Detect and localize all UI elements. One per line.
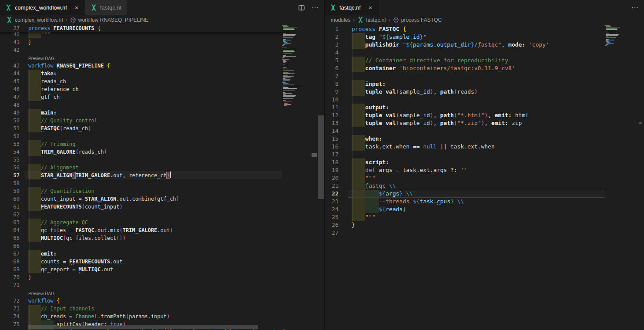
breadcrumb-item[interactable]: process FASTQC: [393, 17, 442, 23]
code-line[interactable]: 14: [325, 127, 644, 135]
code-line[interactable]: 5 // Container directive for reproducibi…: [325, 57, 644, 64]
code-line[interactable]: 73 // Input channels: [0, 305, 324, 313]
code-line[interactable]: 17: [325, 151, 644, 158]
code-line[interactable]: 56 // Alignment: [0, 164, 324, 172]
code-line[interactable]: 3 publishDir "${params.output_dir}/fastq…: [325, 41, 644, 49]
code-line[interactable]: 67 emit:: [0, 250, 324, 258]
minimap[interactable]: [282, 24, 318, 330]
code-line[interactable]: 44 take:: [0, 70, 324, 77]
line-number: 67: [0, 250, 20, 258]
code-line[interactable]: 72workflow {: [0, 297, 324, 305]
code-line[interactable]: 20 """: [325, 174, 644, 182]
code-line[interactable]: 21 fastqc \\: [325, 182, 644, 190]
code-line[interactable]: 55: [0, 156, 324, 164]
tab-fastqc.nf[interactable]: fastqc.nf×: [325, 0, 379, 15]
code-line[interactable]: 68 counts = FEATURECOUNTS.out: [0, 258, 324, 266]
code-line[interactable]: 71: [0, 281, 324, 289]
code-line[interactable]: 1process FASTQC {: [325, 25, 644, 33]
breadcrumb-item[interactable]: modules: [331, 17, 350, 23]
code-line[interactable]: 46 reference_ch: [0, 85, 324, 93]
breadcrumb-item[interactable]: workflow RNASEQ_PIPELINE: [70, 17, 148, 23]
code-line[interactable]: 22 ${args} \\: [325, 190, 644, 198]
code-line[interactable]: 51 FASTQC(reads_ch): [0, 125, 324, 132]
code-line[interactable]: 50 // Quality control: [0, 117, 324, 125]
code-line[interactable]: 74 ch_reads = Channel.fromPath(params.in…: [0, 313, 324, 320]
code-line[interactable]: 7: [325, 72, 644, 80]
code-line[interactable]: 8 input:: [325, 80, 644, 88]
more-icon[interactable]: ⋯: [312, 4, 319, 11]
breadcrumb-item[interactable]: fastqc.nf: [357, 17, 386, 23]
line-number: 74: [0, 313, 20, 320]
code-line[interactable]: 24 ${reads}: [325, 205, 644, 213]
code-line[interactable]: 58: [0, 179, 324, 187]
code-line[interactable]: 54 TRIM_GALORE(reads_ch): [0, 148, 324, 156]
codelens-row[interactable]: Preview DAG: [0, 54, 324, 62]
minimap-line: [607, 43, 614, 44]
codelens-preview-dag[interactable]: Preview DAG: [28, 54, 54, 62]
close-icon[interactable]: ×: [74, 4, 80, 11]
code-line[interactable]: 60 count_input = STAR_ALIGN.out.combine(…: [0, 195, 324, 203]
code-line[interactable]: 53 // Trimming: [0, 140, 324, 148]
code-text: counts = FEATURECOUNTS.out: [28, 258, 123, 266]
code-line[interactable]: 6 container 'biocontainers/fastqc:v0.11.…: [325, 64, 644, 72]
code-line[interactable]: 19 def args = task.ext.args ?: '': [325, 166, 644, 174]
code-line[interactable]: 63 // Aggregate QC: [0, 219, 324, 226]
minimap-line: [283, 80, 290, 81]
indent-guide: [29, 242, 30, 250]
code-line[interactable]: 49 main:: [0, 109, 324, 117]
indent-guide: [29, 179, 30, 187]
code-line[interactable]: 4: [325, 49, 644, 57]
editor-left[interactable]: 40 """41}42Preview DAG43workflow RNASEQ_…: [0, 24, 324, 330]
code-line[interactable]: 52: [0, 132, 324, 140]
codelens-row[interactable]: Preview DAG: [0, 289, 324, 297]
minimap[interactable]: [605, 24, 635, 330]
code-line[interactable]: 2 tag "${sample_id}": [325, 33, 644, 41]
more-icon[interactable]: ⋯: [631, 4, 639, 11]
code-line[interactable]: 11 output:: [325, 104, 644, 111]
code-line[interactable]: 64 qc_files = FASTQC.out.mix(TRIM_GALORE…: [0, 226, 324, 234]
line-number: 16: [325, 143, 339, 151]
code-line[interactable]: 59 // Quantification: [0, 187, 324, 195]
code-line[interactable]: 10: [325, 96, 644, 104]
code-line[interactable]: 13 tuple val(sample_id), path("*.zip"), …: [325, 119, 644, 127]
sticky-scroll-line[interactable]: 27process FEATURECOUNTS {: [0, 24, 282, 32]
code-line[interactable]: 43workflow RNASEQ_PIPELINE {: [0, 62, 324, 70]
code-line[interactable]: 12 tuple val(sample_id), path("*.html"),…: [325, 111, 644, 119]
vertical-scrollbar-thumb[interactable]: [318, 115, 324, 199]
code-line[interactable]: 57 STAR_ALIGN(TRIM_GALORE.out, reference…: [0, 172, 324, 179]
code-line[interactable]: 41}: [0, 38, 324, 46]
code-line[interactable]: 47 gtf_ch: [0, 93, 324, 101]
code-line[interactable]: 66: [0, 242, 324, 250]
code-line[interactable]: 9 tuple val(sample_id), path(reads): [325, 88, 644, 96]
code-line[interactable]: 18 script:: [325, 158, 644, 166]
tab-fastqc.nf[interactable]: fastqc.nf: [85, 0, 127, 15]
code-line[interactable]: 16 task.ext.when == null || task.ext.whe…: [325, 143, 644, 151]
code-line[interactable]: 23 --threads ${task.cpus} \\: [325, 198, 644, 205]
code-line[interactable]: 15 when:: [325, 135, 644, 143]
code-text: MULTIQC(qc_files.collect()): [28, 234, 126, 242]
code-line[interactable]: 48: [0, 101, 324, 109]
code-line[interactable]: 27: [325, 229, 644, 237]
code-line[interactable]: 26}: [325, 221, 644, 229]
code-line[interactable]: 65 MULTIQC(qc_files.collect()): [0, 234, 324, 242]
code-line[interactable]: 25 """: [325, 213, 644, 221]
code-line[interactable]: 70}: [0, 273, 324, 281]
code-line[interactable]: 69 qc_report = MULTIQC.out: [0, 266, 324, 273]
minimap-line: [283, 68, 289, 68]
tab-complex_workflow.nf[interactable]: complex_workflow.nf×: [0, 0, 85, 15]
code-text: workflow {: [28, 297, 60, 305]
codelens-preview-dag[interactable]: Preview DAG: [28, 289, 54, 297]
breadcrumb-item[interactable]: complex_workflow.nf: [6, 17, 63, 23]
code-line[interactable]: 42: [0, 46, 324, 54]
code-line[interactable]: 62: [0, 211, 324, 219]
minimap-line: [283, 62, 285, 63]
editor-right[interactable]: 1process FASTQC {2 tag "${sample_id}"3 p…: [325, 24, 644, 330]
horizontal-scrollbar-thumb[interactable]: [28, 325, 258, 329]
close-icon[interactable]: ×: [367, 4, 373, 11]
code-line[interactable]: 61 FEATURECOUNTS(count_input): [0, 203, 324, 211]
code-text: }: [28, 38, 31, 46]
split-editor-icon[interactable]: [299, 5, 305, 10]
code-editor-window: complex_workflow.nf×fastqc.nf ⋯ complex_…: [0, 0, 644, 330]
code-text: // Quality control: [28, 117, 97, 125]
code-line[interactable]: 45 reads_ch: [0, 77, 324, 85]
